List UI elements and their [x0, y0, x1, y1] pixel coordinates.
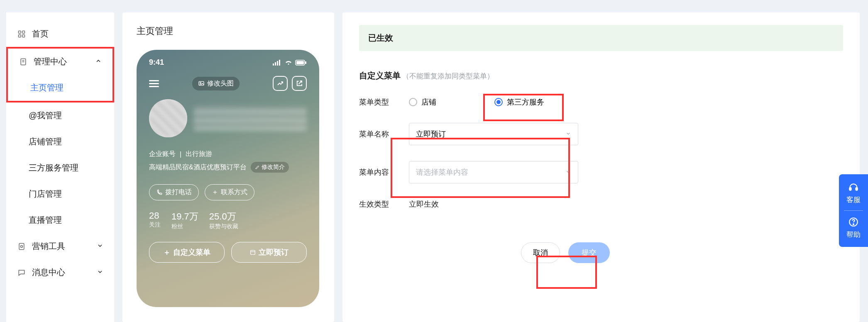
headset-icon [848, 182, 859, 193]
kefu-label: 客服 [839, 195, 868, 205]
signal-icon [273, 60, 282, 66]
blurred-username [194, 106, 307, 131]
stat-fans[interactable]: 19.7万粉丝 [171, 210, 198, 230]
sidebar-item-home-mgmt[interactable]: 主页管理 [8, 75, 112, 101]
svg-rect-15 [305, 61, 306, 64]
preview-column: 主页管理 9:41 修改头图 企 [122, 12, 334, 322]
chevron-up-icon [95, 57, 102, 66]
radio-icon [494, 98, 503, 106]
edit-intro-button[interactable]: 修改简介 [251, 162, 289, 173]
section-hint: （不能重复添加同类型菜单） [402, 72, 494, 80]
radio-label: 店铺 [421, 97, 436, 107]
svg-rect-2 [19, 34, 21, 37]
custom-menu-button[interactable]: ＋ 自定义菜单 [149, 242, 225, 263]
form-column: 已生效 自定义菜单（不能重复添加同类型菜单） 菜单类型 店铺 第三方服务 菜单名… [342, 12, 860, 322]
sidebar-item-label: 店铺管理 [29, 136, 62, 147]
hamburger-icon[interactable] [149, 78, 159, 89]
svg-rect-7 [19, 243, 24, 249]
help-label: 帮助 [839, 230, 868, 239]
wifi-icon [284, 60, 293, 66]
chevron-down-icon [565, 168, 571, 177]
sidebar-item-label: 直播管理 [29, 215, 62, 226]
radio-shop[interactable]: 店铺 [409, 97, 436, 107]
avatar [149, 99, 187, 137]
sidebar-item-store[interactable]: 门店管理 [6, 181, 114, 207]
contact-button[interactable]: ＋ 联系方式 [205, 184, 254, 200]
section-title: 自定义菜单 [359, 71, 401, 80]
account-slogan: 高端精品民宿&酒店优惠预订平台 [149, 163, 247, 172]
svg-point-24 [853, 224, 854, 224]
chevron-down-icon [565, 130, 571, 139]
radio-third-party[interactable]: 第三方服务 [494, 97, 544, 107]
account-category: 出行旅游 [186, 150, 212, 159]
edit-intro-label: 修改简介 [262, 163, 285, 171]
call-button[interactable]: 拨打电话 [149, 184, 199, 200]
calendar-icon [249, 249, 256, 256]
page-title: 主页管理 [137, 25, 320, 37]
sidebar-item-home[interactable]: 首页 [6, 21, 114, 47]
stat-follow[interactable]: 28关注 [149, 210, 161, 230]
svg-rect-9 [273, 63, 274, 66]
cancel-button[interactable]: 取消 [521, 242, 560, 263]
effect-type-label: 生效类型 [359, 199, 409, 209]
phone-icon [156, 189, 163, 196]
effect-type-value: 立即生效 [409, 199, 439, 209]
svg-rect-12 [279, 60, 280, 66]
battery-icon [295, 60, 307, 66]
account-type: 企业账号 [149, 150, 176, 159]
sidebar-item-label: 管理中心 [34, 56, 67, 67]
help-icon [848, 217, 859, 227]
select-placeholder: 请选择菜单内容 [416, 167, 468, 177]
svg-rect-19 [251, 250, 255, 254]
sidebar-item-live[interactable]: 直播管理 [6, 207, 114, 233]
svg-rect-21 [849, 188, 851, 190]
svg-rect-10 [275, 62, 276, 66]
sidebar-item-label: @我管理 [29, 110, 62, 121]
book-now-button[interactable]: 立即预订 [231, 242, 307, 263]
radio-label: 第三方服务 [507, 97, 544, 107]
svg-point-8 [21, 245, 23, 247]
chevron-down-icon [97, 242, 103, 251]
sidebar-item-marketing[interactable]: 营销工具 [6, 233, 114, 259]
menu-name-select[interactable]: 立即预订 [409, 123, 578, 145]
svg-rect-1 [22, 31, 25, 33]
change-cover-button[interactable]: 修改头图 [192, 77, 240, 90]
menu-name-label: 菜单名称 [359, 129, 409, 139]
svg-point-17 [200, 82, 201, 83]
sidebar-item-msg-center[interactable]: 消息中心 [6, 259, 114, 285]
phone-preview: 9:41 修改头图 企业账号 | [137, 50, 319, 307]
svg-rect-3 [22, 34, 25, 37]
svg-rect-0 [19, 31, 21, 33]
contact-label: 联系方式 [221, 188, 247, 197]
menu-content-select[interactable]: 请选择菜单内容 [409, 161, 578, 183]
phone-status-icons [273, 58, 307, 67]
stat-likes[interactable]: 25.0万获赞与收藏 [209, 210, 238, 230]
sidebar: 首页 管理中心 主页管理 @我管理 店铺管理 三方服务管理 门店管理 直播管理 … [6, 12, 114, 322]
plus-icon: ＋ [212, 188, 218, 197]
svg-line-18 [299, 81, 302, 84]
change-cover-label: 修改头图 [207, 79, 234, 88]
sidebar-item-shop[interactable]: 店铺管理 [6, 129, 114, 155]
document-icon [19, 57, 28, 66]
menu-content-label: 菜单内容 [359, 167, 409, 177]
chevron-down-icon [97, 268, 103, 277]
grid-icon [17, 29, 26, 39]
status-banner: 已生效 [359, 25, 843, 51]
submit-button[interactable]: 提交 [568, 242, 610, 263]
tool-icon [17, 242, 26, 251]
sidebar-item-label: 消息中心 [32, 267, 65, 278]
help-floater[interactable]: 客服 帮助 [839, 174, 868, 247]
menu-type-label: 菜单类型 [359, 97, 409, 107]
sidebar-item-label: 三方服务管理 [29, 162, 78, 173]
annotation-sidebar-highlight: 管理中心 主页管理 [6, 47, 114, 102]
trend-icon[interactable] [273, 76, 288, 91]
sidebar-item-mgmt-center[interactable]: 管理中心 [8, 49, 112, 75]
pencil-icon [255, 165, 260, 170]
sidebar-item-label: 首页 [32, 28, 49, 39]
sidebar-item-label: 营销工具 [32, 241, 65, 252]
radio-icon [409, 98, 417, 106]
select-value: 立即预订 [416, 129, 446, 139]
sidebar-item-at-me[interactable]: @我管理 [6, 102, 114, 129]
sidebar-item-third[interactable]: 三方服务管理 [6, 155, 114, 181]
share-icon[interactable] [292, 76, 307, 91]
